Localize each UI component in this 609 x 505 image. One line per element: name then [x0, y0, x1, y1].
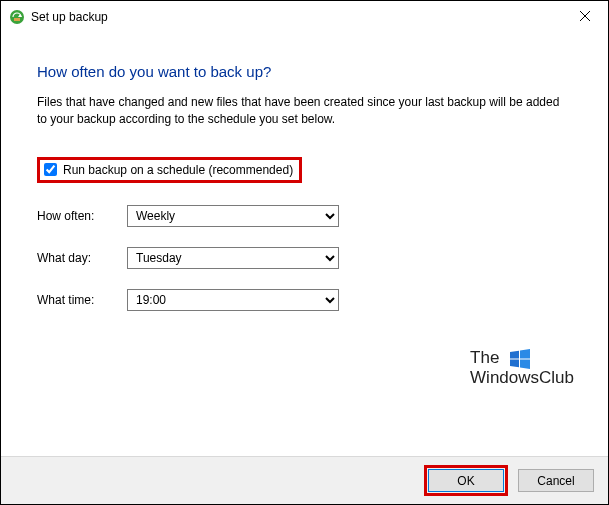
select-how-often[interactable]: Weekly [127, 205, 339, 227]
svg-marker-6 [520, 349, 530, 359]
windows-logo-icon [510, 349, 530, 369]
select-what-time[interactable]: 19:00 [127, 289, 339, 311]
watermark-line1: The [470, 348, 499, 367]
page-heading: How often do you want to back up? [37, 63, 572, 80]
row-what-day: What day: Tuesday [37, 247, 572, 269]
svg-marker-7 [510, 360, 519, 368]
dialog-footer: OK Cancel [1, 456, 608, 504]
ok-button-highlight: OK [424, 465, 508, 496]
schedule-checkbox-label: Run backup on a schedule (recommended) [63, 163, 293, 177]
titlebar: Set up backup [1, 1, 608, 33]
watermark: The WindowsClub [470, 349, 574, 387]
svg-marker-5 [510, 351, 519, 359]
close-button[interactable] [562, 1, 608, 31]
content-area: How often do you want to back up? Files … [1, 33, 608, 341]
backup-wizard-icon [9, 9, 25, 25]
schedule-checkbox[interactable] [44, 163, 57, 176]
row-how-often: How often: Weekly [37, 205, 572, 227]
close-icon [580, 11, 590, 21]
watermark-line2: WindowsClub [470, 369, 574, 387]
schedule-checkbox-row[interactable]: Run backup on a schedule (recommended) [37, 157, 302, 183]
page-description: Files that have changed and new files th… [37, 94, 572, 129]
label-how-often: How often: [37, 209, 127, 223]
cancel-button[interactable]: Cancel [518, 469, 594, 492]
svg-rect-2 [14, 18, 20, 21]
ok-button[interactable]: OK [428, 469, 504, 492]
label-what-time: What time: [37, 293, 127, 307]
label-what-day: What day: [37, 251, 127, 265]
row-what-time: What time: 19:00 [37, 289, 572, 311]
window-title: Set up backup [31, 10, 108, 24]
select-what-day[interactable]: Tuesday [127, 247, 339, 269]
